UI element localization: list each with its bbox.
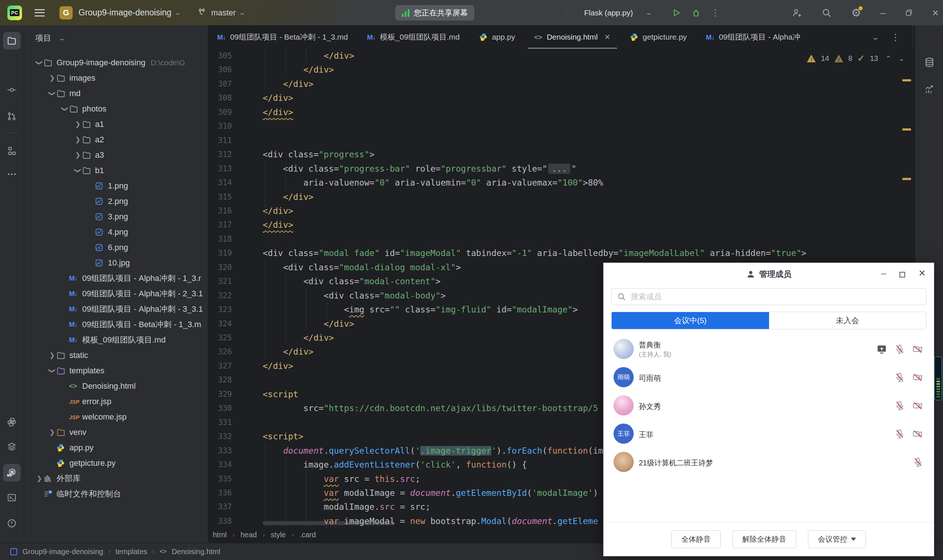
line-number[interactable]: 321 (208, 274, 232, 289)
tree-item[interactable]: JSPwelcome.jsp (24, 409, 208, 425)
settings-gear-icon[interactable]: ⚙ (851, 6, 861, 19)
status-crumb[interactable]: Denoising.html (172, 548, 220, 556)
close-button[interactable]: × (932, 6, 938, 19)
editor-tab[interactable]: M↓模板_09组团队项目.md (357, 25, 469, 49)
tree-item[interactable]: ❯b1 (24, 163, 208, 178)
scrollbar-warning-mark[interactable] (902, 79, 911, 82)
line-number[interactable]: 328 (208, 373, 232, 387)
terminal-tool-button[interactable] (3, 489, 20, 506)
line-number[interactable]: 334 (208, 458, 232, 472)
mic-muted-icon[interactable] (894, 428, 905, 439)
line-number[interactable]: 325 (208, 331, 232, 345)
minimize-button[interactable]: – (880, 7, 886, 19)
member-row[interactable]: 21级计算机二班王诗梦 (604, 448, 934, 476)
line-number[interactable]: 307 (208, 77, 232, 91)
database-tool-button[interactable] (924, 57, 935, 68)
tree-item[interactable]: ❯Group9-image-denoisingD:\code\G (24, 55, 208, 71)
tree-item[interactable]: ❯外部库 (24, 471, 208, 486)
breadcrumb-item[interactable]: style (271, 531, 286, 539)
tree-chevron-icon[interactable]: ❯ (74, 120, 82, 128)
run-config-name[interactable]: Flask (app.py) (584, 8, 633, 17)
tree-chevron-icon[interactable]: ❯ (61, 105, 69, 113)
learn-tool-button[interactable] (3, 464, 20, 482)
tree-item[interactable]: ❯venv (24, 425, 208, 440)
line-number[interactable]: 308 (208, 91, 232, 105)
tree-item[interactable]: getpicture.py (24, 455, 208, 471)
line-number[interactable]: 305 (208, 49, 232, 63)
project-tool-button[interactable] (3, 32, 20, 49)
tree-chevron-icon[interactable]: ❯ (74, 166, 82, 175)
panel-minimize-button[interactable]: – (881, 268, 886, 278)
line-number[interactable]: 312 (208, 148, 232, 162)
tab-in-meeting[interactable]: 会议中(5) (612, 312, 769, 329)
tree-item[interactable]: JSPerror.jsp (24, 394, 208, 409)
services-tool-button[interactable] (3, 438, 20, 456)
breadcrumb-item[interactable]: .card (299, 531, 316, 539)
project-panel-header[interactable]: 项目 ⌄ (35, 32, 65, 44)
mic-muted-icon[interactable] (894, 344, 905, 355)
project-icon[interactable]: G (59, 6, 72, 20)
editor-tab[interactable]: M↓09组团队项目 - Beta冲刺 - 1_3.md (208, 25, 357, 49)
line-number[interactable]: 314 (208, 176, 232, 190)
line-number[interactable]: 332 (208, 429, 232, 444)
hidden-tabs-chevron-icon[interactable]: ⌄ (871, 33, 880, 42)
member-row[interactable]: 王菲王菲 (604, 420, 934, 448)
line-number[interactable]: 317 (208, 218, 232, 232)
tree-item[interactable]: 1.png (24, 178, 208, 194)
unmute-all-button[interactable]: 解除全体静音 (732, 530, 796, 548)
editor-tab[interactable]: app.py (469, 25, 525, 49)
next-problem-icon[interactable]: ⌄ (898, 54, 904, 63)
camera-off-icon[interactable] (912, 428, 923, 439)
restore-button[interactable] (905, 9, 913, 17)
member-search-input[interactable]: 搜索成员 (611, 288, 926, 305)
tree-chevron-icon[interactable]: ❯ (74, 151, 82, 159)
member-row[interactable]: 孙文秀 (604, 391, 934, 420)
tree-item[interactable]: 10.jpg (24, 255, 208, 271)
branch-widget[interactable]: master ⌄ (197, 8, 245, 18)
tree-item[interactable]: ❯md (24, 86, 208, 101)
member-row[interactable]: 雨萌司雨萌 (604, 363, 934, 391)
tree-item[interactable]: M↓09组团队项目 - Alpha冲刺 - 2_3.1 (24, 286, 208, 302)
tab-options-icon[interactable]: ⋮ (891, 32, 900, 43)
tree-item[interactable]: ❯a1 (24, 117, 208, 132)
mic-muted-icon[interactable] (894, 400, 905, 411)
tree-item[interactable]: M↓09组团队项目 - Beta冲刺 - 1_3.m (24, 317, 208, 332)
horizontal-scrollbar[interactable] (263, 521, 395, 525)
editor-tab[interactable]: M↓09组团队项目 - Alpha冲 (696, 25, 810, 49)
tree-chevron-icon[interactable]: ❯ (48, 89, 56, 98)
tree-item[interactable]: ❯photos (24, 101, 208, 117)
tree-item[interactable]: ❯images (24, 71, 208, 86)
status-crumb[interactable]: Group9-image-denoising (22, 548, 103, 556)
inspection-widget[interactable]: ! 14 ! 8 ✓ 13 ⌃ ⌄ (807, 53, 904, 63)
search-everywhere-icon[interactable] (821, 7, 832, 18)
tree-item[interactable]: ❯static (24, 348, 208, 363)
scrollbar-warning-mark[interactable] (902, 128, 911, 131)
line-number[interactable]: 320 (208, 260, 232, 275)
tree-item[interactable]: 临时文件和控制台 (24, 486, 208, 502)
tree-item[interactable]: 3.png (24, 209, 208, 225)
line-number[interactable]: 329 (208, 387, 232, 402)
line-number[interactable]: 322 (208, 289, 232, 303)
project-title[interactable]: Group9-image-denoising (79, 8, 171, 18)
tree-chevron-icon[interactable]: ❯ (35, 475, 43, 483)
more-tool-windows-button[interactable] (3, 165, 20, 183)
tab-not-joined[interactable]: 未入会 (769, 312, 926, 329)
tree-chevron-icon[interactable]: ❯ (35, 58, 43, 67)
breadcrumb-item[interactable]: html (213, 531, 227, 539)
line-number[interactable]: 323 (208, 303, 232, 317)
mute-all-button[interactable]: 全体静音 (672, 530, 721, 548)
main-menu-icon[interactable] (34, 9, 45, 17)
mic-muted-icon[interactable] (894, 372, 905, 383)
profiler-tool-button[interactable] (924, 84, 935, 95)
tree-item[interactable]: 6.png (24, 240, 208, 255)
line-number[interactable]: 310 (208, 119, 232, 134)
line-number[interactable]: 327 (208, 359, 232, 373)
camera-off-icon[interactable] (912, 344, 923, 355)
tree-chevron-icon[interactable]: ❯ (48, 351, 56, 359)
line-number[interactable]: 316 (208, 204, 232, 218)
debug-button[interactable] (691, 8, 701, 18)
tree-item[interactable]: M↓09组团队项目 - Alpha冲刺 - 1_3.r (24, 271, 208, 286)
breadcrumb-item[interactable]: head (240, 531, 257, 539)
prev-problem-icon[interactable]: ⌃ (885, 54, 891, 63)
editor-tab[interactable]: <>Denoising.html✕ (525, 25, 620, 49)
